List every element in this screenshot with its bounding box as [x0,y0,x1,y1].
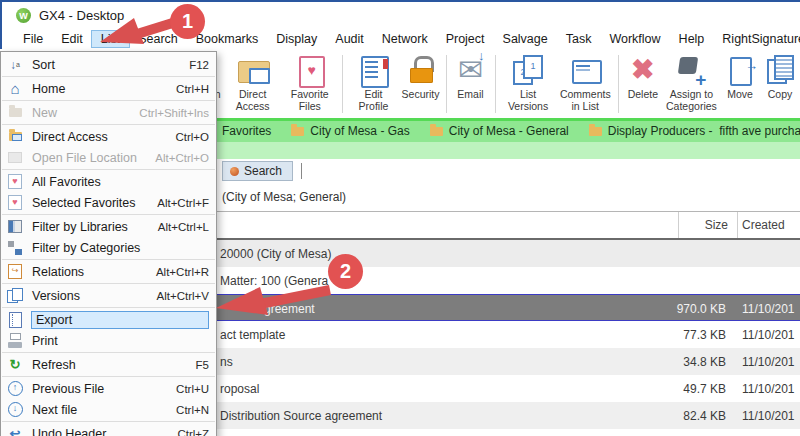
library-icon [6,219,24,235]
menubar-item-salvage[interactable]: Salvage [494,31,557,47]
menu-item-selected-favorites[interactable]: Selected Favorites Alt+Ctrl+F [1,192,216,213]
column-header-created[interactable]: Created [742,218,785,232]
menu-separator [2,307,215,308]
menu-item-filter-by-libraries[interactable]: Filter by Libraries Alt+Ctrl+L [1,216,216,237]
new-folder-icon [6,105,24,121]
toolbar-separator [342,55,343,113]
down-circle-icon [6,402,24,418]
menubar-item-task[interactable]: Task [557,31,601,47]
menubar-item-edit[interactable]: Edit [52,31,92,47]
menu-highlight: Export [31,311,209,329]
toolbar-button-comments-in-list[interactable]: Comments in List [559,53,612,112]
heart-document-icon [292,53,328,87]
copy-documents-icon [762,53,798,87]
menu-separator [2,352,215,353]
menu-item-new: New Ctrl+Shift+Ins [1,102,216,123]
favorites-item-display-producers[interactable]: Display Producers - fifth ave purchase [589,124,800,138]
annotation-step-1-badge: 1 [170,4,205,39]
export-icon [6,312,24,328]
sort-icon [6,57,24,73]
assign-plus-icon [673,53,709,87]
search-tab-icon [230,167,239,176]
menu-separator [2,76,215,77]
menu-item-all-favorites[interactable]: All Favorites [1,171,216,192]
menu-item-refresh[interactable]: Refresh F5 [1,354,216,375]
favorites-item-city-of-mesa-gas[interactable]: City of Mesa - Gas [291,124,409,138]
toolbar-button-favorite-files[interactable]: Favorite Files [283,53,336,112]
toolbar-button-copy[interactable]: Copy [762,53,798,100]
home-icon [6,81,24,97]
menu-item-versions[interactable]: Versions Alt+Ctrl+V [1,285,216,306]
menubar-item-audit[interactable]: Audit [326,31,373,47]
menu-separator [2,283,215,284]
menu-separator [2,259,215,260]
toolbar-button-move[interactable]: Move [722,53,758,100]
menubar-item-help[interactable]: Help [670,31,714,47]
toolbar-button-list-versions[interactable]: List Versions [502,53,555,112]
menubar-item-project[interactable]: Project [437,31,494,47]
heart-icon [6,195,24,211]
heart-icon [6,174,24,190]
menu-separator [2,100,215,101]
comment-list-icon [567,53,603,87]
menu-separator [2,169,215,170]
toolbar-button-security[interactable]: Security [402,53,440,100]
menu-item-next-file[interactable]: Next file Ctrl+N [1,399,216,420]
menubar-item-network[interactable]: Network [373,31,437,47]
tab-search[interactable]: Search [222,161,293,181]
folder-icon [589,127,602,136]
toolbar-button-email[interactable]: Email [453,53,489,100]
print-icon [6,333,24,349]
undo-icon [6,426,24,436]
annotation-step-2-badge: 2 [328,254,363,289]
lock-icon [403,53,439,87]
toolbar-button-delete[interactable]: Delete [625,53,661,100]
menubar-item-file[interactable]: File [14,31,52,47]
column-header-size[interactable]: Size [640,218,728,232]
menu-separator [2,214,215,215]
menu-separator [2,376,215,377]
red-x-icon [625,53,661,87]
menu-item-previous-file[interactable]: Previous File Ctrl+U [1,378,216,399]
menubar-item-rightsignature[interactable]: RightSignature [713,31,800,47]
relations-icon [6,264,24,280]
menu-item-undo-header[interactable]: Undo Header Ctrl+Z [1,423,216,436]
versions-icon [6,288,24,304]
open-folder-icon [235,53,271,87]
app-window: W GX4 - Desktop File Edit List Search Bo… [0,0,800,436]
menu-separator [2,124,215,125]
menu-item-export[interactable]: Export [1,309,216,330]
list-dropdown-menu: Sort F12 Home Ctrl+H New Ctrl+Shift+Ins … [0,51,217,436]
gx4-logo-icon: W [16,8,31,23]
folder-icon [430,127,443,136]
refresh-icon [6,357,24,373]
toolbar-button-assign-to-categories[interactable]: Assign to Categories [665,53,718,112]
toolbar-separator [618,55,619,113]
toolbar-separator [495,55,496,113]
stacked-documents-icon [510,53,546,87]
favorites-item-city-of-mesa-general[interactable]: City of Mesa - General [430,124,569,138]
edit-document-icon [355,53,391,87]
menu-item-home[interactable]: Home Ctrl+H [1,78,216,99]
categories-icon [6,240,24,256]
menu-item-relations[interactable]: Relations Alt+Ctrl+R [1,261,216,282]
menu-item-direct-access[interactable]: Direct Access Ctrl+O [1,126,216,147]
menu-item-open-file-location: Open File Location Alt+Ctrl+O [1,147,216,168]
menu-item-print[interactable]: Print [1,330,216,351]
column-divider[interactable] [737,212,738,238]
annotation-arrow-2 [210,282,335,318]
menu-item-sort[interactable]: Sort F12 [1,54,216,75]
menu-item-filter-by-categories[interactable]: Filter by Categories [1,237,216,258]
folder-icon [291,127,304,136]
menubar-item-workflow[interactable]: Workflow [600,31,669,47]
toolbar-button-direct-access[interactable]: Direct Access [226,53,279,112]
open-folder-icon [6,129,24,145]
envelope-icon [453,53,489,87]
menu-separator [2,421,215,422]
toolbar-button-edit-profile[interactable]: Edit Profile [349,53,397,112]
file-location-icon [6,150,24,166]
up-circle-icon [6,381,24,397]
move-document-icon [722,53,758,87]
toolbar-separator [446,55,447,113]
menubar-item-display[interactable]: Display [267,31,326,47]
